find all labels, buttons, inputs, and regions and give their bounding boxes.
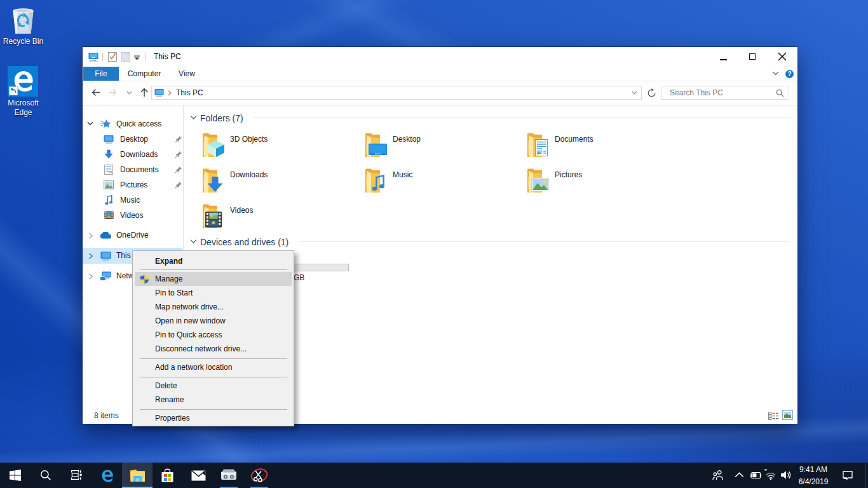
- svg-text:*: *: [764, 469, 767, 475]
